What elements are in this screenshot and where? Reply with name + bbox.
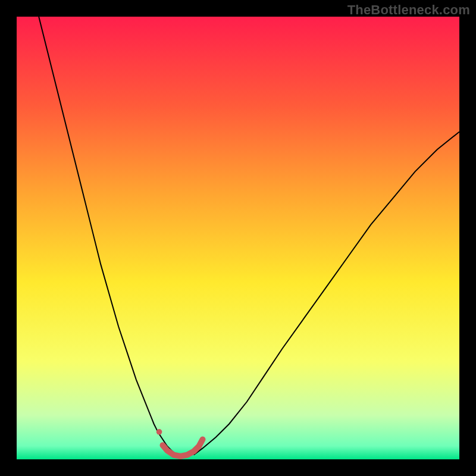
chart-svg [17, 17, 459, 459]
chart-plot-area [17, 17, 459, 459]
chart-frame: TheBottleneck.com [0, 0, 476, 476]
chart-background [17, 17, 459, 459]
watermark-text: TheBottleneck.com [347, 2, 470, 18]
marker-dot [156, 429, 162, 435]
